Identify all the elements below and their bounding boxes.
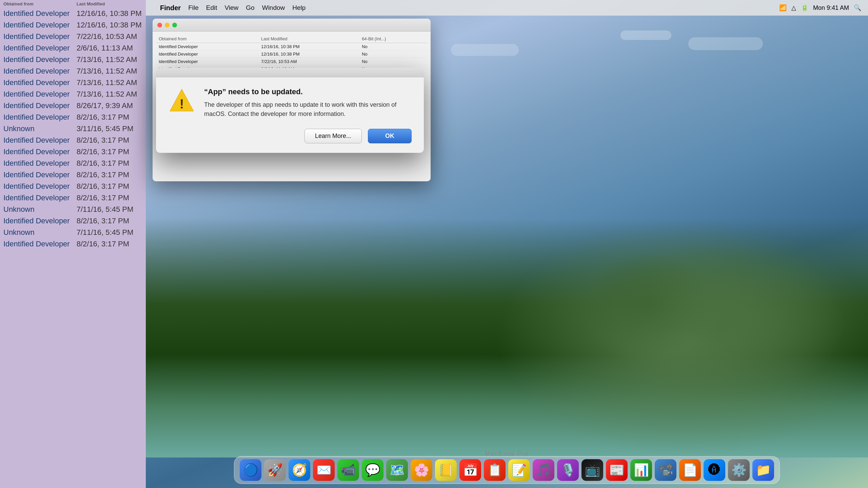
table-row: Identified Developer 8/2/16, 3:17 PM No <box>0 238 164 250</box>
table-row: Identified Developer 8/2/16, 3:17 PM No <box>0 192 164 204</box>
background-app-window: Obtained from Last Modified 64-Bit Ident… <box>0 0 146 488</box>
dock-icon-messages[interactable]: 💬 <box>362 459 383 481</box>
laptop-wrap: Finder File Edit View Go Window Help 📶 △… <box>146 0 868 488</box>
table-row: Identified Developer12/16/16, 10:38 PMNo <box>156 50 427 58</box>
alert-titlebar <box>156 68 424 77</box>
dock-icon-tv[interactable]: 📺 <box>581 459 603 481</box>
menubar-left: Finder File Edit View Go Window Help <box>153 4 305 12</box>
table-row: Identified Developer 8/2/16, 3:17 PM No <box>0 215 164 227</box>
dock-icon-launchpad[interactable]: 🚀 <box>264 459 286 481</box>
go-menu-item[interactable]: Go <box>246 4 254 12</box>
menubar-right: 📶 △ 🔋 Mon 9:41 AM 🔍 <box>779 4 861 12</box>
window-menu-item[interactable]: Window <box>262 4 285 12</box>
file-menu-item[interactable]: File <box>188 4 199 12</box>
table-row: Identified Developer 8/2/16, 3:17 PM No <box>0 146 164 158</box>
table-row: Identified Developer 7/13/16, 11:52 AM N… <box>0 88 164 100</box>
dock-icon-keynote[interactable]: 📽️ <box>655 459 676 481</box>
ok-button[interactable]: OK <box>368 129 412 143</box>
menubar: Finder File Edit View Go Window Help 📶 △… <box>146 0 868 16</box>
table-row: Identified Developer 8/2/16, 3:17 PM No <box>0 111 164 123</box>
learn-more-button[interactable]: Learn More... <box>304 129 362 143</box>
cloud-4 <box>620 30 671 40</box>
minimize-button[interactable] <box>165 23 170 27</box>
dock-icon-facetime[interactable]: 📹 <box>337 459 359 481</box>
battery-icon: 🔋 <box>801 4 808 12</box>
dock-icon-reminders[interactable]: 📋 <box>484 459 506 481</box>
cloud-3 <box>451 44 519 56</box>
alert-text-area: “App” needs to be updated. The developer… <box>204 87 412 119</box>
table-row: Identified Developer 12/16/16, 10:38 PM … <box>0 19 164 31</box>
table-row: Identified Developer 7/22/16, 10:53 AM N… <box>0 31 164 42</box>
dock-icon-news[interactable]: 📰 <box>606 459 628 481</box>
table-row: Identified Developer 7/13/16, 11:52 AM N… <box>0 54 164 65</box>
cloud-5 <box>688 37 763 50</box>
table-row: Identified Developer 7/13/16, 11:52 AM N… <box>0 77 164 88</box>
close-button[interactable] <box>157 23 162 27</box>
alert-body: ! “App” needs to be updated. The develop… <box>156 77 424 129</box>
dock-icon-calendar[interactable]: 📅 <box>459 459 481 481</box>
warning-icon: ! <box>168 87 195 115</box>
alert-dialog: ! “App” needs to be updated. The develop… <box>156 68 424 153</box>
table-row: Unknown 7/11/16, 5:45 PM No <box>0 204 164 215</box>
table-row: Identified Developer12/16/16, 10:38 PMNo <box>156 43 427 50</box>
dock-icon-app-store[interactable]: 🅐 <box>704 459 725 481</box>
dock-icon-notes[interactable]: 📒 <box>435 459 457 481</box>
background-table: Obtained from Last Modified 64-Bit Ident… <box>0 0 164 250</box>
table-row: Identified Developer7/22/16, 10:53 AMNo <box>156 58 427 65</box>
alert-buttons: Learn More... OK <box>156 129 424 153</box>
table-row: Identified Developer 7/13/16, 11:52 AM N… <box>0 65 164 77</box>
menubar-time: Mon 9:41 AM <box>813 4 849 12</box>
table-row: Identified Developer 8/26/17, 9:39 AM No <box>0 100 164 111</box>
table-row: Identified Developer 8/2/16, 3:17 PM No <box>0 181 164 192</box>
finder-toolbar <box>153 19 431 32</box>
table-row: Identified Developer 12/16/16, 10:38 PM … <box>0 8 164 19</box>
edit-menu-item[interactable]: Edit <box>206 4 217 12</box>
airplay-icon: △ <box>791 4 796 12</box>
dock: 🔵🚀🧭✉️📹💬🗺️🌸📒📅📋📝🎵🎙️📺📰📊📽️📄🅐⚙️📁 <box>234 456 780 484</box>
table-row: Identified Developer 8/2/16, 3:17 PM No <box>0 135 164 146</box>
dock-icon-photos[interactable]: 🌸 <box>411 459 432 481</box>
alert-body-text: The developer of this app needs to updat… <box>204 100 412 119</box>
table-row: Unknown 3/11/16, 5:45 PM No <box>0 123 164 135</box>
dock-icon-stickies[interactable]: 📝 <box>508 459 530 481</box>
spotlight-icon[interactable]: 🔍 <box>854 4 861 12</box>
dock-icon-finder[interactable]: 🔵 <box>240 459 261 481</box>
svg-text:!: ! <box>180 97 184 111</box>
macbook-label: MacBook Pro <box>485 450 529 458</box>
table-row: Identified Developer 2/6/16, 11:13 AM No <box>0 42 164 54</box>
macos-desktop: Finder File Edit View Go Window Help 📶 △… <box>146 0 868 488</box>
dock-icon-safari[interactable]: 🧭 <box>289 459 310 481</box>
dock-icon-pages[interactable]: 📄 <box>679 459 701 481</box>
dock-icon-calendar2[interactable]: ✉️ <box>313 459 335 481</box>
view-menu-item[interactable]: View <box>225 4 239 12</box>
dock-icon-system-preferences[interactable]: ⚙️ <box>728 459 750 481</box>
dock-icon-numbers[interactable]: 📊 <box>630 459 652 481</box>
dock-icon-podcasts[interactable]: 🎙️ <box>557 459 579 481</box>
alert-title: “App” needs to be updated. <box>204 87 412 96</box>
dock-icon-files[interactable]: 📁 <box>752 459 774 481</box>
help-menu-item[interactable]: Help <box>292 4 305 12</box>
dock-icon-itunes[interactable]: 🎵 <box>533 459 554 481</box>
table-row: Identified Developer 8/2/16, 3:17 PM No <box>0 169 164 181</box>
finder-menu-item[interactable]: Finder <box>160 4 181 12</box>
wifi-icon: 📶 <box>779 4 787 12</box>
fullscreen-button[interactable] <box>172 23 177 27</box>
dock-icon-maps[interactable]: 🗺️ <box>386 459 408 481</box>
table-row: Identified Developer 8/2/16, 3:17 PM No <box>0 158 164 169</box>
table-row: Unknown 7/11/16, 5:45 PM No <box>0 227 164 238</box>
